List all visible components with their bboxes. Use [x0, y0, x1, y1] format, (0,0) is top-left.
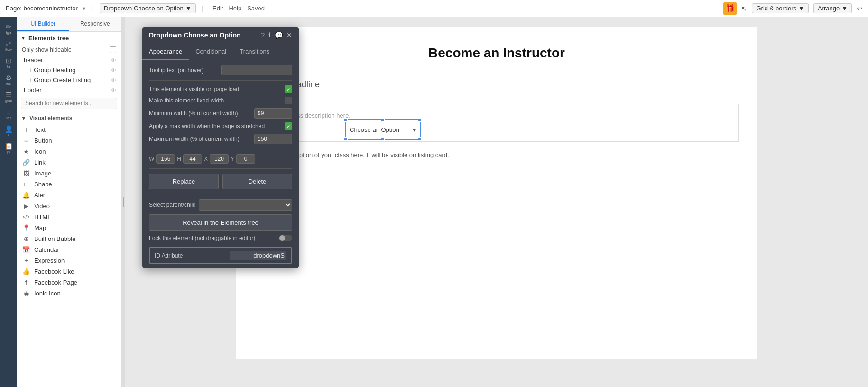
edit-btn[interactable]: Edit	[212, 5, 223, 12]
video-element-icon: ▶	[22, 203, 30, 210]
handle-top-center[interactable]	[381, 118, 385, 122]
handle-top-left[interactable]	[344, 118, 348, 122]
tree-item-footer[interactable]: Footer 👁	[17, 85, 121, 95]
eye-icon-group-heading: 👁	[111, 67, 116, 73]
visual-item-built-on-bubble[interactable]: ⊕ Built on Bubble	[17, 233, 121, 244]
flow-icon: ⇄	[6, 40, 11, 47]
visual-item-link[interactable]: 🔗 Link	[17, 157, 121, 168]
visual-elements-header[interactable]: ▼ Visual elements	[17, 112, 121, 124]
min-width-label: Minimum width (% of current width)	[149, 110, 254, 117]
help-btn[interactable]: Help	[229, 5, 241, 12]
y-input[interactable]	[236, 154, 255, 164]
js-icon: 📋	[5, 142, 13, 150]
width-input[interactable]	[156, 154, 175, 164]
data-icon: ⊡	[6, 57, 11, 64]
lock-row: Lock this element (not draggable in edit…	[149, 235, 292, 241]
fixed-width-checkbox[interactable]	[285, 97, 292, 104]
elements-tree-header[interactable]: ▼ Elements tree	[17, 32, 121, 45]
visual-item-button[interactable]: ▭ Button	[17, 135, 121, 146]
max-width-value-input[interactable]	[254, 134, 292, 144]
visual-item-alert[interactable]: 🔔 Alert	[17, 190, 121, 201]
visual-item-icon[interactable]: ★ Icon	[17, 146, 121, 157]
page-selector[interactable]: Page: becomeaninstructor	[6, 5, 78, 12]
reveal-elements-tree-button[interactable]: Reveal in the Elements tree	[149, 214, 292, 231]
button-element-icon: ▭	[22, 138, 30, 143]
tree-item-group-heading[interactable]: + Group Heading 👁	[17, 65, 121, 75]
sidebar-item-data[interactable]: ⊡ ta	[1, 55, 16, 70]
id-attribute-input[interactable]	[230, 251, 286, 260]
lock-toggle[interactable]	[279, 235, 292, 241]
grid-arrow-icon: ▼	[798, 5, 804, 12]
min-width-input[interactable]	[254, 108, 292, 119]
modal-title: Dropdown Choose an Option	[149, 31, 241, 39]
tab-appearance[interactable]: Appearance	[142, 44, 189, 60]
topbar-right: 🎁 ↖ Grid & borders ▼ Arrange ▼ ↩	[723, 2, 862, 15]
max-width-row: Apply a max width when the page is stret…	[149, 122, 292, 130]
dropdown-element[interactable]: Choose an Option ▾	[345, 119, 421, 140]
canvas-page: Become an Instructor Sample Headline Cho…	[236, 27, 757, 359]
elements-tree-label: Elements tree	[28, 35, 69, 42]
shape-element-icon: □	[22, 181, 30, 188]
handle-bottom-right[interactable]	[418, 137, 422, 141]
eye-icon-header: 👁	[111, 57, 116, 63]
handle-top-right[interactable]	[418, 118, 422, 122]
visible-checkbox[interactable]: ✓	[285, 85, 292, 93]
modal-body: Tooltip text (on hover) This element is …	[142, 60, 299, 268]
panel-resize-handle[interactable]	[121, 17, 125, 387]
arrange-btn[interactable]: Arrange ▼	[813, 3, 852, 13]
facebook-page-icon: f	[22, 279, 30, 286]
visual-item-facebook-like[interactable]: 👍 Facebook Like	[17, 266, 121, 277]
tree-arrow-icon: ▼	[21, 36, 26, 41]
sidebar-item-logs[interactable]: ≡ ngs	[1, 106, 16, 121]
tab-ui-builder[interactable]: UI Builder	[17, 17, 69, 31]
visual-item-calendar[interactable]: 📅 Calendar	[17, 244, 121, 255]
x-input[interactable]	[210, 154, 229, 164]
sidebar-item-js[interactable]: 📋 js	[1, 140, 16, 156]
element-dropdown-selector[interactable]: Dropdown Choose an Option ▼	[100, 3, 196, 13]
handle-bottom-center[interactable]	[381, 137, 385, 141]
html-element-icon: </>	[22, 214, 30, 220]
sidebar-item-user[interactable]: 👤 i	[1, 123, 16, 138]
page-arrow-icon[interactable]: ▼	[82, 6, 87, 11]
visual-item-facebook-page[interactable]: f Facebook Page	[17, 277, 121, 288]
max-width-checkbox[interactable]: ✓	[285, 122, 292, 130]
parent-child-select[interactable]	[199, 199, 292, 211]
visual-item-ionic-icon[interactable]: ◉ Ionic Icon	[17, 288, 121, 299]
plugin-icon: ⚙	[6, 74, 12, 82]
description-box: Add your class description here.	[255, 104, 739, 142]
search-elements-input[interactable]	[21, 98, 117, 109]
sidebar-item-flow[interactable]: ⇄ flow	[1, 38, 16, 53]
sidebar-item-design[interactable]: ✏ ign	[1, 21, 16, 36]
visual-item-image[interactable]: 🖼 Image	[17, 168, 121, 179]
handle-bottom-left[interactable]	[344, 137, 348, 141]
visual-item-text[interactable]: T Text	[17, 124, 121, 135]
visual-item-video[interactable]: ▶ Video	[17, 201, 121, 212]
pointer-icon[interactable]: ↖	[741, 5, 747, 12]
link-element-icon: 🔗	[22, 159, 30, 166]
tree-item-group-create-listing[interactable]: + Group Create Listing 👁	[17, 75, 121, 85]
gift-icon[interactable]: 🎁	[723, 2, 737, 15]
y-label: Y	[231, 156, 234, 162]
delete-button[interactable]: Delete	[222, 174, 292, 189]
visual-item-expression[interactable]: + Expression	[17, 255, 121, 266]
only-show-toggle[interactable]	[110, 46, 116, 53]
tooltip-input[interactable]	[221, 65, 292, 75]
visual-item-shape[interactable]: □ Shape	[17, 179, 121, 190]
grid-borders-btn[interactable]: Grid & borders ▼	[752, 3, 808, 13]
height-input[interactable]	[183, 154, 202, 164]
comment-icon[interactable]: 💬	[275, 31, 283, 39]
sidebar-item-plugins[interactable]: ⚙ les	[1, 72, 16, 87]
x-label: X	[204, 156, 208, 162]
sidebar-item-settings[interactable]: ☰ gins	[1, 89, 16, 104]
tab-responsive[interactable]: Responsive	[69, 17, 121, 31]
visual-item-html[interactable]: </> HTML	[17, 212, 121, 222]
help-circle-icon[interactable]: ?	[261, 31, 265, 39]
tab-transitions[interactable]: Transitions	[233, 44, 276, 60]
info-icon[interactable]: ℹ	[268, 31, 271, 39]
replace-button[interactable]: Replace	[149, 174, 219, 189]
tab-conditional[interactable]: Conditional	[189, 44, 233, 60]
visual-item-map[interactable]: 📍 Map	[17, 222, 121, 233]
close-icon[interactable]: ✕	[286, 31, 292, 39]
tree-item-header[interactable]: header 👁	[17, 55, 121, 65]
undo-icon[interactable]: ↩	[857, 5, 862, 12]
